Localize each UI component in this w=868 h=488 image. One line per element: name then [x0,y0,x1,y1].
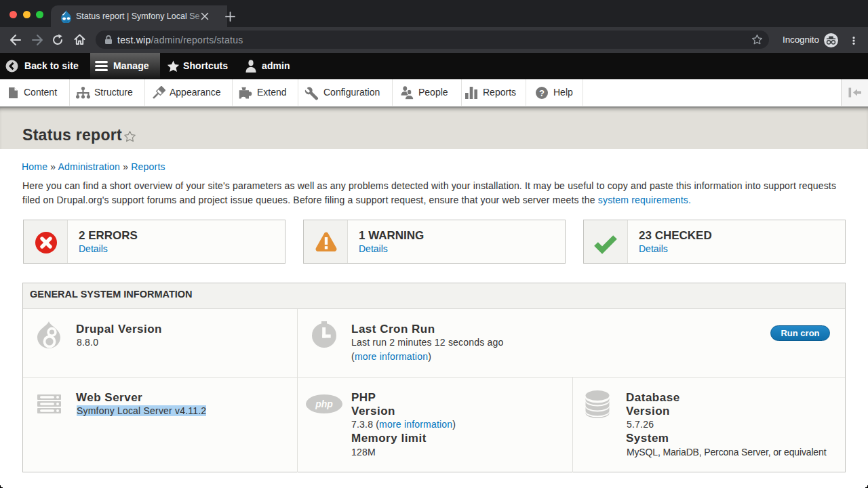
svg-text:?: ? [539,88,545,98]
svg-text:php: php [315,399,333,409]
